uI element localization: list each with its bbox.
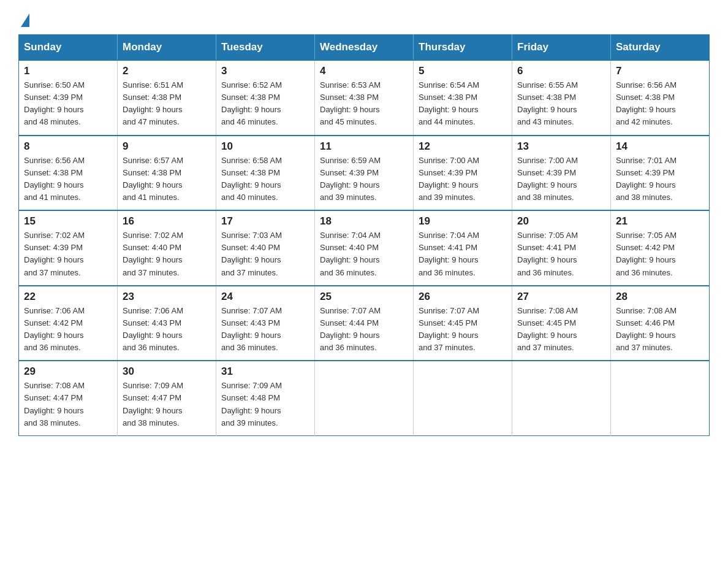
day-info: Sunrise: 7:04 AMSunset: 4:41 PMDaylight:… [419, 229, 507, 279]
day-number: 15 [24, 215, 112, 228]
calendar-cell: 16Sunrise: 7:02 AMSunset: 4:40 PMDayligh… [118, 210, 216, 286]
day-number: 3 [221, 65, 309, 77]
day-number: 5 [419, 65, 507, 77]
calendar-cell: 7Sunrise: 6:56 AMSunset: 4:38 PMDaylight… [611, 60, 710, 136]
day-info: Sunrise: 7:08 AMSunset: 4:47 PMDaylight:… [24, 380, 112, 429]
calendar-cell [315, 361, 414, 435]
day-number: 9 [123, 140, 211, 153]
calendar-cell: 27Sunrise: 7:08 AMSunset: 4:45 PMDayligh… [512, 286, 611, 361]
calendar-body: 1Sunrise: 6:50 AMSunset: 4:39 PMDaylight… [19, 60, 710, 435]
calendar-cell: 28Sunrise: 7:08 AMSunset: 4:46 PMDayligh… [611, 286, 710, 361]
calendar-cell: 6Sunrise: 6:55 AMSunset: 4:38 PMDaylight… [512, 60, 611, 136]
calendar-cell: 29Sunrise: 7:08 AMSunset: 4:47 PMDayligh… [19, 361, 118, 435]
day-info: Sunrise: 7:06 AMSunset: 4:43 PMDaylight:… [123, 305, 211, 354]
day-info: Sunrise: 7:09 AMSunset: 4:48 PMDaylight:… [221, 380, 309, 429]
day-info: Sunrise: 7:07 AMSunset: 4:44 PMDaylight:… [320, 305, 408, 354]
calendar-cell: 2Sunrise: 6:51 AMSunset: 4:38 PMDaylight… [118, 60, 216, 136]
day-info: Sunrise: 7:09 AMSunset: 4:47 PMDaylight:… [123, 380, 211, 429]
day-number: 24 [221, 291, 309, 303]
day-info: Sunrise: 7:08 AMSunset: 4:45 PMDaylight:… [517, 305, 605, 354]
calendar-cell: 13Sunrise: 7:00 AMSunset: 4:39 PMDayligh… [512, 136, 611, 211]
weekday-header-monday: Monday [118, 35, 216, 61]
weekday-header-sunday: Sunday [19, 35, 118, 61]
calendar-cell: 23Sunrise: 7:06 AMSunset: 4:43 PMDayligh… [118, 286, 216, 361]
day-number: 29 [24, 366, 112, 378]
day-info: Sunrise: 6:55 AMSunset: 4:38 PMDaylight:… [517, 79, 605, 129]
logo [18, 12, 29, 23]
calendar-cell: 9Sunrise: 6:57 AMSunset: 4:38 PMDaylight… [118, 136, 216, 211]
day-number: 27 [517, 291, 605, 303]
day-info: Sunrise: 6:54 AMSunset: 4:38 PMDaylight:… [419, 79, 507, 129]
calendar-table: SundayMondayTuesdayWednesdayThursdayFrid… [18, 34, 710, 436]
day-info: Sunrise: 6:51 AMSunset: 4:38 PMDaylight:… [123, 79, 211, 129]
day-info: Sunrise: 7:00 AMSunset: 4:39 PMDaylight:… [517, 155, 605, 204]
day-number: 14 [616, 140, 704, 153]
day-info: Sunrise: 6:56 AMSunset: 4:38 PMDaylight:… [24, 155, 112, 204]
day-info: Sunrise: 6:53 AMSunset: 4:38 PMDaylight:… [320, 79, 408, 129]
calendar-cell: 3Sunrise: 6:52 AMSunset: 4:38 PMDaylight… [216, 60, 315, 136]
calendar-cell: 8Sunrise: 6:56 AMSunset: 4:38 PMDaylight… [19, 136, 118, 211]
day-info: Sunrise: 7:03 AMSunset: 4:40 PMDaylight:… [221, 229, 309, 279]
calendar-cell: 31Sunrise: 7:09 AMSunset: 4:48 PMDayligh… [216, 361, 315, 435]
day-info: Sunrise: 6:50 AMSunset: 4:39 PMDaylight:… [24, 79, 112, 129]
weekday-header-saturday: Saturday [611, 35, 710, 61]
weekday-header-friday: Friday [512, 35, 611, 61]
calendar-cell: 1Sunrise: 6:50 AMSunset: 4:39 PMDaylight… [19, 60, 118, 136]
calendar-cell [414, 361, 512, 435]
day-number: 2 [123, 65, 211, 77]
weekday-header-row: SundayMondayTuesdayWednesdayThursdayFrid… [19, 35, 710, 61]
day-info: Sunrise: 6:59 AMSunset: 4:39 PMDaylight:… [320, 155, 408, 204]
day-info: Sunrise: 6:52 AMSunset: 4:38 PMDaylight:… [221, 79, 309, 129]
calendar-cell: 30Sunrise: 7:09 AMSunset: 4:47 PMDayligh… [118, 361, 216, 435]
week-row-5: 29Sunrise: 7:08 AMSunset: 4:47 PMDayligh… [19, 361, 710, 435]
day-number: 17 [221, 215, 309, 228]
calendar-cell: 20Sunrise: 7:05 AMSunset: 4:41 PMDayligh… [512, 210, 611, 286]
calendar-cell: 21Sunrise: 7:05 AMSunset: 4:42 PMDayligh… [611, 210, 710, 286]
calendar-cell [512, 361, 611, 435]
calendar-cell: 17Sunrise: 7:03 AMSunset: 4:40 PMDayligh… [216, 210, 315, 286]
day-info: Sunrise: 6:58 AMSunset: 4:38 PMDaylight:… [221, 155, 309, 204]
calendar-cell: 24Sunrise: 7:07 AMSunset: 4:43 PMDayligh… [216, 286, 315, 361]
day-number: 1 [24, 65, 112, 77]
week-row-3: 15Sunrise: 7:02 AMSunset: 4:39 PMDayligh… [19, 210, 710, 286]
day-number: 7 [616, 65, 704, 77]
day-number: 13 [517, 140, 605, 153]
weekday-header-thursday: Thursday [414, 35, 512, 61]
day-number: 18 [320, 215, 408, 228]
day-info: Sunrise: 7:05 AMSunset: 4:42 PMDaylight:… [616, 229, 704, 279]
day-number: 19 [419, 215, 507, 228]
calendar-cell: 5Sunrise: 6:54 AMSunset: 4:38 PMDaylight… [414, 60, 512, 136]
day-number: 16 [123, 215, 211, 228]
day-number: 11 [320, 140, 408, 153]
day-info: Sunrise: 7:02 AMSunset: 4:40 PMDaylight:… [123, 229, 211, 279]
day-number: 23 [123, 291, 211, 303]
day-info: Sunrise: 7:05 AMSunset: 4:41 PMDaylight:… [517, 229, 605, 279]
calendar-cell: 18Sunrise: 7:04 AMSunset: 4:40 PMDayligh… [315, 210, 414, 286]
day-number: 8 [24, 140, 112, 153]
weekday-header-wednesday: Wednesday [315, 35, 414, 61]
day-number: 30 [123, 366, 211, 378]
calendar-cell: 15Sunrise: 7:02 AMSunset: 4:39 PMDayligh… [19, 210, 118, 286]
day-number: 4 [320, 65, 408, 77]
day-info: Sunrise: 7:01 AMSunset: 4:39 PMDaylight:… [616, 155, 704, 204]
calendar-cell: 19Sunrise: 7:04 AMSunset: 4:41 PMDayligh… [414, 210, 512, 286]
day-number: 10 [221, 140, 309, 153]
day-info: Sunrise: 6:56 AMSunset: 4:38 PMDaylight:… [616, 79, 704, 129]
logo-arrow-icon [21, 13, 29, 27]
day-info: Sunrise: 7:07 AMSunset: 4:43 PMDaylight:… [221, 305, 309, 354]
calendar-cell: 26Sunrise: 7:07 AMSunset: 4:45 PMDayligh… [414, 286, 512, 361]
day-number: 20 [517, 215, 605, 228]
calendar-cell: 4Sunrise: 6:53 AMSunset: 4:38 PMDaylight… [315, 60, 414, 136]
day-info: Sunrise: 7:06 AMSunset: 4:42 PMDaylight:… [24, 305, 112, 354]
day-info: Sunrise: 7:02 AMSunset: 4:39 PMDaylight:… [24, 229, 112, 279]
day-info: Sunrise: 7:08 AMSunset: 4:46 PMDaylight:… [616, 305, 704, 354]
calendar-cell: 10Sunrise: 6:58 AMSunset: 4:38 PMDayligh… [216, 136, 315, 211]
calendar-cell: 25Sunrise: 7:07 AMSunset: 4:44 PMDayligh… [315, 286, 414, 361]
day-number: 28 [616, 291, 704, 303]
weekday-header-tuesday: Tuesday [216, 35, 315, 61]
day-info: Sunrise: 6:57 AMSunset: 4:38 PMDaylight:… [123, 155, 211, 204]
calendar-cell [611, 361, 710, 435]
day-number: 22 [24, 291, 112, 303]
calendar-cell: 12Sunrise: 7:00 AMSunset: 4:39 PMDayligh… [414, 136, 512, 211]
calendar-header: SundayMondayTuesdayWednesdayThursdayFrid… [19, 35, 710, 61]
